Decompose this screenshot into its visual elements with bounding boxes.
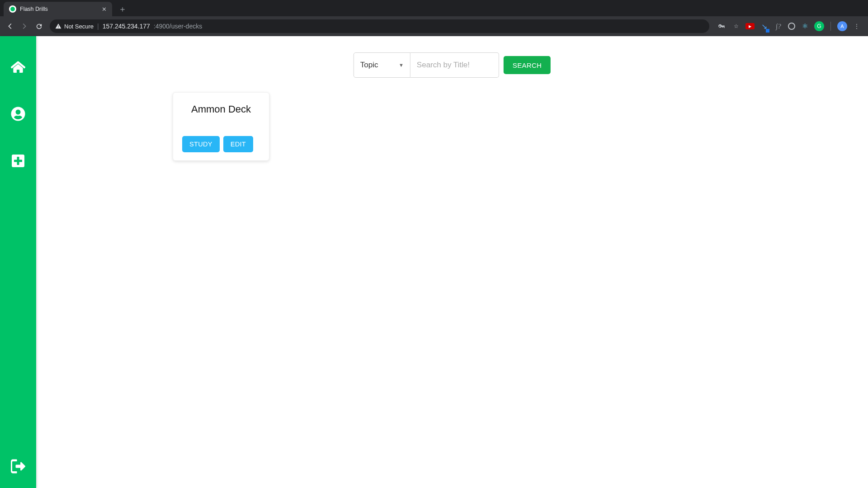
url-host: 157.245.234.177 bbox=[103, 23, 150, 30]
back-button[interactable] bbox=[4, 20, 16, 33]
browser-menu-icon[interactable]: ⋮ bbox=[852, 21, 862, 31]
extension-integral-icon[interactable]: ∫? bbox=[774, 21, 783, 31]
sign-out-icon bbox=[11, 459, 25, 474]
favicon-icon bbox=[9, 5, 16, 13]
browser-tab-active[interactable]: Flash Drills ✕ bbox=[4, 2, 112, 16]
extensions-row: ☆ ▶ ↘ ∫? ⚛ G A ⋮ bbox=[714, 21, 864, 31]
sidebar-home-button[interactable] bbox=[11, 60, 25, 74]
browser-toolbar: Not Secure | 157.245.234.177:4900/user-d… bbox=[0, 16, 868, 36]
address-bar[interactable]: Not Secure | 157.245.234.177:4900/user-d… bbox=[50, 19, 709, 33]
main-content: Topic ▼ SEARCH Ammon Deck STUDY EDIT bbox=[36, 36, 868, 488]
profile-avatar[interactable]: A bbox=[837, 21, 847, 31]
extension-red-icon[interactable]: ▶ bbox=[745, 23, 755, 29]
warning-icon bbox=[55, 23, 61, 29]
extension-green-icon[interactable]: G bbox=[814, 21, 824, 31]
url-path: :4900/user-decks bbox=[154, 23, 202, 30]
key-icon[interactable] bbox=[717, 21, 726, 31]
search-category-value: Topic bbox=[360, 61, 378, 70]
extension-circle-icon[interactable] bbox=[788, 23, 795, 30]
extension-react-icon[interactable]: ⚛ bbox=[800, 21, 810, 31]
not-secure-badge: Not Secure bbox=[55, 23, 94, 30]
search-category-select[interactable]: Topic ▼ bbox=[354, 52, 410, 78]
study-button[interactable]: STUDY bbox=[182, 136, 220, 152]
new-tab-button[interactable]: ＋ bbox=[112, 2, 133, 16]
sidebar-profile-button[interactable] bbox=[11, 107, 25, 121]
chevron-down-icon: ▼ bbox=[399, 62, 404, 68]
tab-title: Flash Drills bbox=[20, 6, 98, 12]
deck-card: Ammon Deck STUDY EDIT bbox=[173, 92, 269, 161]
sidebar-add-button[interactable] bbox=[11, 154, 25, 168]
plus-square-icon bbox=[11, 154, 25, 168]
page-viewport: Topic ▼ SEARCH Ammon Deck STUDY EDIT bbox=[0, 36, 868, 488]
forward-button bbox=[18, 20, 31, 33]
search-input[interactable] bbox=[410, 52, 499, 78]
user-circle-icon bbox=[11, 107, 25, 121]
deck-title: Ammon Deck bbox=[182, 103, 260, 115]
home-icon bbox=[11, 60, 25, 74]
search-bar: Topic ▼ SEARCH bbox=[354, 52, 551, 78]
extension-devtools-icon[interactable]: ↘ bbox=[759, 21, 769, 31]
app-sidebar bbox=[0, 36, 36, 488]
bookmark-star-icon[interactable]: ☆ bbox=[731, 21, 741, 31]
browser-tabstrip: Flash Drills ✕ ＋ bbox=[0, 0, 868, 16]
tab-close-icon[interactable]: ✕ bbox=[102, 6, 107, 13]
search-button[interactable]: SEARCH bbox=[504, 56, 551, 74]
sidebar-logout-button[interactable] bbox=[11, 459, 25, 474]
not-secure-label: Not Secure bbox=[64, 23, 94, 30]
edit-button[interactable]: EDIT bbox=[223, 136, 253, 152]
reload-button[interactable] bbox=[33, 20, 45, 33]
